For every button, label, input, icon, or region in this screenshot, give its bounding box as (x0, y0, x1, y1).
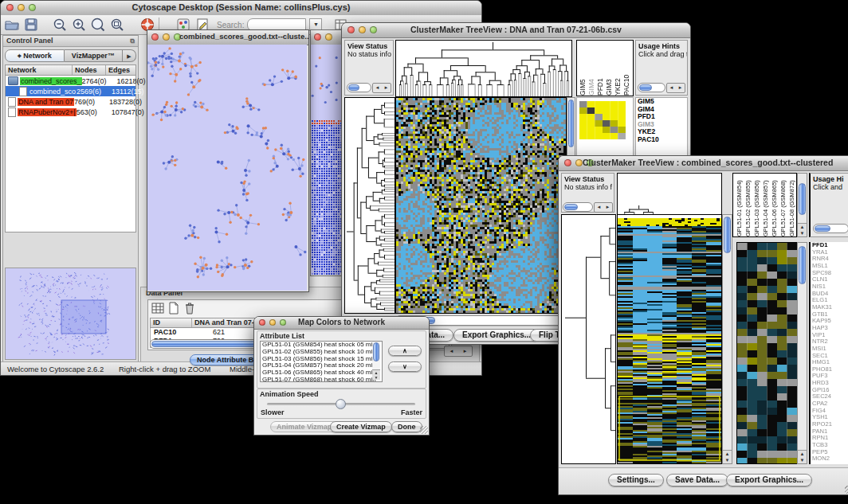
network-name: DNA and Tran 07 (18, 98, 74, 106)
network-table-row[interactable]: RNAPuberNov2+|563(0)107847(0) (6, 107, 135, 117)
move-down-button[interactable]: ∨ (388, 361, 422, 372)
status-welcome: Welcome to Cytoscape 2.6.2 (7, 365, 104, 373)
data-panel-scroll-arrows[interactable]: ◄► (444, 346, 473, 357)
float-panel-icon[interactable]: ⧉ (130, 36, 135, 46)
gene-dendrogram-top[interactable] (344, 97, 395, 314)
column-label[interactable]: YKE2 (614, 43, 622, 96)
document-icon (8, 97, 16, 107)
view-status-panel-top: View Status No status info f ◄► (344, 40, 394, 96)
network-table-row[interactable]: combined_scores_2764(0)16218(0) (6, 76, 135, 86)
export-graphics-button[interactable]: Export Graphics... (726, 474, 812, 486)
main-titlebar[interactable]: Cytoscape Desktop (Session Name: collins… (1, 1, 481, 16)
usage-hints-title: Usage Hi (811, 174, 848, 183)
treeview-bottom-titlebar[interactable]: ClusterMaker TreeView : combined_scores_… (559, 156, 848, 171)
close-button[interactable] (314, 33, 321, 41)
faster-label: Faster (401, 408, 422, 416)
done-button[interactable]: Done (391, 421, 422, 432)
network-edges: 107847(0) (112, 108, 150, 116)
network-overview-canvas[interactable] (5, 268, 136, 360)
column-label[interactable]: PFD1 (596, 43, 605, 96)
move-up-button[interactable]: ∧ (388, 346, 422, 356)
view-status-scrollstrip-bottom[interactable]: ◄► (563, 202, 613, 212)
tab-vizmapper[interactable]: VizMapper™ (65, 49, 124, 62)
column-label[interactable]: PAC10 (622, 43, 631, 96)
minimize-button[interactable] (575, 159, 583, 166)
zoom-in-button[interactable] (71, 17, 87, 33)
usage-hints-text: Click and (811, 183, 848, 191)
dialog-titlebar[interactable]: Map Colors to Network (254, 317, 429, 330)
column-label[interactable]: GIM5 (579, 43, 587, 96)
usage-hints-panel-top: Usage Hints Click and drag to ◄► (635, 40, 688, 96)
column-label[interactable]: GPL51-01 (GSM854) (735, 176, 744, 236)
close-button[interactable] (151, 33, 159, 41)
treeview-top-titlebar[interactable]: ClusterMaker TreeView : DNA and Tran 07-… (342, 23, 690, 38)
col-network[interactable]: Network (6, 65, 73, 75)
attribute-list[interactable]: GPL51-01 (GSM854) heat shock 05 minGPL51… (260, 341, 383, 382)
zoom-fit-button[interactable] (90, 17, 106, 33)
attribute-list-vscrollbar[interactable]: ▲▼ (372, 342, 380, 380)
network-table-row[interactable]: combined_sco2569(6)13112(15) (6, 86, 135, 96)
column-label[interactable]: GIM3 (605, 43, 614, 96)
treeview-bottom-buttonbar: Settings...Save Data...Export Graphics..… (559, 467, 848, 494)
usage-hints-scrollbar[interactable] (813, 224, 848, 233)
view-status-scrollbar[interactable] (347, 83, 371, 92)
zoom-selected-button[interactable] (109, 17, 125, 33)
animation-speed-slider[interactable] (267, 403, 415, 405)
map-colors-dialog: Map Colors to Network Attribute List GPL… (253, 316, 430, 436)
summary-heatmap-bottom[interactable] (736, 242, 798, 464)
column-label[interactable]: GPL51-08 (GSM872) (787, 176, 796, 236)
animate-vizmap-button[interactable]: Animate Vizmap (270, 421, 338, 432)
summary-vscrollbar[interactable]: ▲▼ (797, 242, 807, 464)
col-id[interactable]: ID (151, 318, 192, 327)
gene-label[interactable]: PAC10 (636, 136, 687, 144)
tabs-overflow-button[interactable]: ▶ (123, 49, 136, 62)
export-graphics-button[interactable]: Export Graphics... (453, 329, 540, 342)
column-labels-vscrollbar[interactable]: ▲▼ (797, 173, 807, 237)
trash-icon[interactable] (183, 302, 196, 315)
usage-hints-scroll-arrows[interactable]: ◄► (666, 83, 685, 93)
network-table-row[interactable]: DNA and Tran 07769(0)183728(0) (6, 96, 135, 107)
gene-dendrogram-bottom[interactable] (561, 214, 616, 464)
network-canvas-1[interactable] (147, 45, 307, 291)
col-nodes[interactable]: Nodes (73, 65, 106, 75)
column-label[interactable]: GIM4 (587, 43, 596, 96)
tab-network[interactable]: ⌖ Network (5, 49, 65, 62)
heatmap-bottom-vscrollbar[interactable]: ▲▼ (722, 214, 732, 464)
minimize-button[interactable] (163, 33, 170, 41)
close-button[interactable] (564, 159, 571, 166)
zoom-out-button[interactable] (52, 17, 68, 33)
column-label[interactable]: GPL51-06 (GSM865) (770, 176, 779, 236)
column-labels-bottom[interactable]: GPL51-01 (GSM854)GPL51-02 (GSM855)GPL51-… (732, 173, 797, 237)
summary-matrix-top[interactable] (579, 101, 626, 139)
column-label[interactable]: GPL51-03 (GSM856) (752, 176, 761, 236)
column-label[interactable]: GPL51-02 (GSM855) (744, 176, 752, 236)
column-label[interactable]: GPL51-07 (GSM868) (779, 176, 787, 236)
resize-grip[interactable] (845, 486, 848, 494)
view-status-scroll-arrows[interactable]: ◄► (372, 83, 391, 93)
col-edges[interactable]: Edges (106, 65, 135, 75)
column-label[interactable]: GPL51-04 (GSM857) (761, 176, 770, 236)
new-document-icon[interactable] (167, 302, 180, 315)
minimize-button[interactable] (325, 33, 332, 41)
open-file-button[interactable] (4, 17, 20, 33)
document-icon (8, 107, 16, 117)
slider-thumb[interactable] (336, 399, 346, 409)
heatmap-bottom[interactable] (617, 214, 722, 464)
attribute-item[interactable]: GPL51-07 (GSM868) heat shock 60 min (261, 377, 382, 382)
network-table-body: combined_scores_2764(0)16218(0)combined_… (5, 76, 136, 232)
column-dendrogram-bottom[interactable] (617, 173, 722, 215)
usage-hints-scrollbar[interactable] (638, 83, 665, 92)
resize-grip[interactable] (420, 426, 428, 434)
network-canvas-2[interactable] (311, 45, 341, 275)
network-name: RNAPuberNov2+| (18, 108, 77, 116)
create-vizmap-button[interactable]: Create Vizmap (330, 421, 392, 432)
table-grid-icon[interactable] (151, 302, 164, 315)
gene-label[interactable]: MON2 (811, 455, 848, 463)
settings-button[interactable]: Settings... (608, 474, 664, 486)
heatmap-top[interactable] (395, 97, 567, 314)
column-dendrogram-top[interactable] (395, 40, 572, 97)
column-labels-top[interactable]: GIM5GIM4PFD1GIM3YKE2PAC10 (576, 40, 634, 96)
gene-labels-bottom[interactable]: PFD1YRA1RNR4MSL1SPC98CLN1NIS1BUD4ELG1MAK… (809, 242, 848, 464)
save-data-button[interactable]: Save Data... (666, 474, 728, 486)
save-button[interactable] (23, 17, 39, 33)
